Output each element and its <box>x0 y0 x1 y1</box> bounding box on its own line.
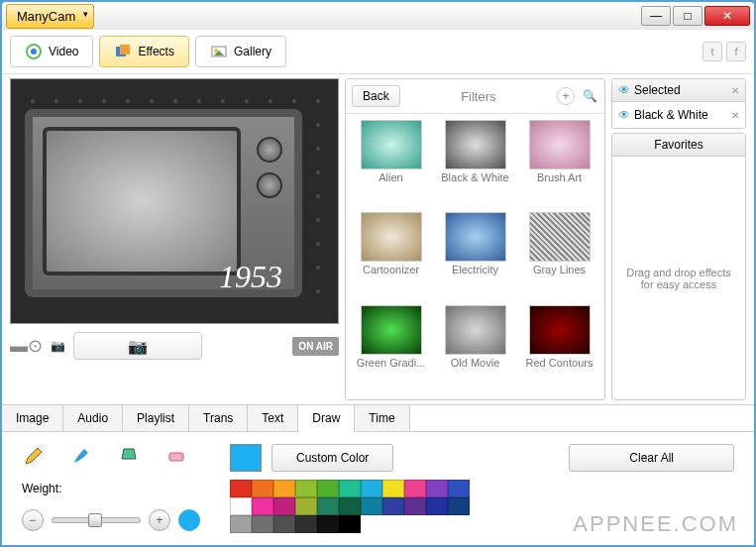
color-swatch[interactable] <box>230 480 252 497</box>
camera-small-icon[interactable]: 📷 <box>51 339 65 353</box>
color-swatch[interactable] <box>317 497 339 515</box>
color-swatch[interactable] <box>448 497 470 515</box>
color-swatch[interactable] <box>273 515 295 533</box>
filter-item[interactable]: Electricity <box>436 212 514 300</box>
titlebar: ManyCam — □ ✕ <box>2 2 754 30</box>
color-swatch[interactable] <box>295 515 317 533</box>
app-menu-button[interactable]: ManyCam <box>6 4 94 29</box>
color-swatch[interactable] <box>382 497 404 515</box>
color-swatch[interactable] <box>361 497 382 515</box>
selected-panel: 👁 Selected ✕ 👁 Black & White ✕ <box>611 78 746 129</box>
gallery-icon <box>210 43 228 60</box>
tab-gallery-label: Gallery <box>234 45 271 58</box>
maximize-button[interactable]: □ <box>673 6 702 26</box>
color-swatch[interactable] <box>339 480 361 497</box>
selected-close[interactable]: ✕ <box>731 85 739 96</box>
preview-year-overlay: 1953 <box>219 259 282 295</box>
bottom-tab-image[interactable]: Image <box>2 405 63 431</box>
brush-tool[interactable] <box>69 444 93 468</box>
color-swatch[interactable] <box>361 480 382 497</box>
filter-item[interactable]: Old Movie <box>436 305 514 393</box>
color-swatch[interactable] <box>448 480 470 497</box>
eye-icon: 👁 <box>618 83 630 97</box>
filter-item[interactable]: Alien <box>352 120 430 208</box>
current-color[interactable] <box>230 444 262 472</box>
color-swatch[interactable] <box>252 480 273 497</box>
color-swatch[interactable] <box>404 497 426 515</box>
bottom-tab-playlist[interactable]: Playlist <box>123 405 189 431</box>
filter-item[interactable]: Green Gradi... <box>352 305 430 393</box>
tab-video[interactable]: Video <box>10 36 93 67</box>
bottom-tab-text[interactable]: Text <box>248 405 298 431</box>
color-swatch[interactable] <box>230 515 252 533</box>
color-swatch[interactable] <box>230 497 252 515</box>
camera-strip-icon[interactable]: ▬⊙ <box>10 335 43 357</box>
weight-preview <box>178 509 200 531</box>
pencil-tool[interactable] <box>22 444 46 468</box>
twitter-button[interactable]: t <box>702 42 722 61</box>
onair-indicator: ON AIR <box>292 337 339 356</box>
search-filter-button[interactable]: 🔍 <box>581 87 598 105</box>
color-swatch[interactable] <box>426 480 448 497</box>
color-swatch[interactable] <box>404 480 426 497</box>
weight-plus[interactable]: + <box>149 509 170 531</box>
svg-point-5 <box>214 49 218 53</box>
bottom-tab-time[interactable]: Time <box>355 405 409 431</box>
custom-color-button[interactable]: Custom Color <box>271 444 393 472</box>
draw-panel: Weight: − + Custom Color Clear All <box>2 432 754 545</box>
eye-icon: 👁 <box>618 108 630 122</box>
filters-title: Filters <box>406 89 551 104</box>
filter-item[interactable]: Red Contours <box>520 305 598 393</box>
bottom-tab-trans[interactable]: Trans <box>189 405 248 431</box>
filter-item[interactable]: Gray Lines <box>520 212 598 300</box>
color-swatch[interactable] <box>339 515 361 533</box>
add-filter-button[interactable]: + <box>557 87 575 105</box>
tab-effects-label: Effects <box>138 45 173 58</box>
eraser-tool[interactable] <box>164 444 188 468</box>
snapshot-button[interactable]: 📷 <box>73 332 202 360</box>
svg-rect-6 <box>169 453 183 461</box>
filters-back-button[interactable]: Back <box>352 85 400 107</box>
favorites-hint: Drag and drop effects for easy access <box>612 157 745 399</box>
bucket-tool[interactable] <box>117 444 141 468</box>
color-swatch[interactable] <box>273 497 295 515</box>
color-swatch[interactable] <box>317 515 339 533</box>
favorites-panel: Favorites Drag and drop effects for easy… <box>611 133 746 400</box>
selected-effect-label: Black & White <box>634 108 708 122</box>
weight-slider[interactable] <box>52 517 141 523</box>
clear-all-button[interactable]: Clear All <box>569 444 734 472</box>
color-swatch[interactable] <box>295 480 317 497</box>
weight-minus[interactable]: − <box>22 509 44 531</box>
main-toolbar: Video Effects Gallery t f <box>2 30 754 74</box>
color-swatch[interactable] <box>295 497 317 515</box>
filters-panel: Back Filters + 🔍 AlienBlack & WhiteBrush… <box>345 78 605 400</box>
filter-item[interactable]: Brush Art <box>520 120 598 208</box>
minimize-button[interactable]: — <box>641 6 671 26</box>
filter-item[interactable]: Cartoonizer <box>352 212 430 300</box>
tab-video-label: Video <box>49 45 78 58</box>
bottom-tab-draw[interactable]: Draw <box>298 405 355 432</box>
favorites-title: Favorites <box>654 138 702 152</box>
video-icon <box>25 43 43 60</box>
tab-gallery[interactable]: Gallery <box>195 36 286 67</box>
camera-icon: 📷 <box>128 337 148 356</box>
color-swatch[interactable] <box>317 480 339 497</box>
filter-item[interactable]: Black & White <box>436 120 514 208</box>
close-button[interactable]: ✕ <box>704 6 750 26</box>
svg-point-1 <box>31 49 37 55</box>
bottom-tab-audio[interactable]: Audio <box>63 405 123 431</box>
color-swatch[interactable] <box>426 497 448 515</box>
color-swatch[interactable] <box>252 497 273 515</box>
color-swatch[interactable] <box>382 480 404 497</box>
tab-effects[interactable]: Effects <box>99 36 188 67</box>
effects-icon <box>114 43 132 60</box>
facebook-button[interactable]: f <box>726 42 746 61</box>
color-swatch[interactable] <box>252 515 273 533</box>
color-swatch[interactable] <box>273 480 295 497</box>
selected-effect[interactable]: 👁 Black & White ✕ <box>612 102 745 128</box>
color-swatch[interactable] <box>339 497 361 515</box>
video-preview: 1953 <box>10 78 339 324</box>
remove-effect[interactable]: ✕ <box>731 110 739 121</box>
selected-title: Selected <box>634 83 681 97</box>
weight-label: Weight: <box>22 482 200 495</box>
